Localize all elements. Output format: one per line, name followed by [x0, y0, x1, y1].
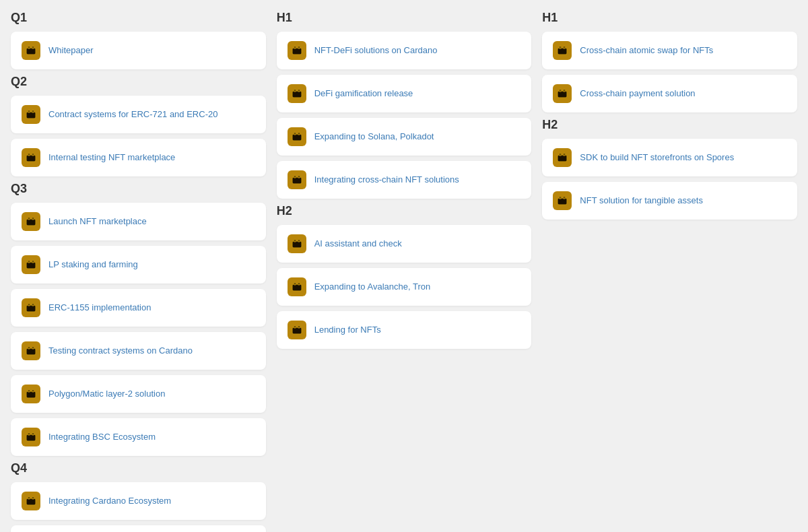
svg-rect-102: [292, 177, 302, 184]
item-text: NFT-DeFi solutions on Cardano: [314, 44, 438, 57]
section-H2-1: H2 SDK to build NFT storefronts on Spore…: [542, 118, 797, 220]
item-text: DeFi gamification release: [314, 88, 413, 100]
briefcase-icon: [553, 148, 572, 167]
section-H1-0: H1 NFT-DeFi solutions on Cardano DeFi ga…: [277, 11, 532, 199]
svg-rect-138: [558, 155, 567, 162]
section-label: Q1: [11, 11, 266, 25]
list-item: Expanding to Solana, Polkadot: [277, 118, 532, 156]
briefcase-icon: [22, 212, 40, 231]
briefcase-icon: [288, 277, 306, 296]
svg-rect-96: [292, 134, 302, 141]
section-label: Q2: [11, 75, 266, 89]
item-text: Cross-chain payment solution: [580, 88, 695, 100]
list-item: Cross-chain payment solution: [542, 75, 797, 112]
list-item: Launch NFT marketplace: [11, 203, 266, 240]
column-3: H1 Cross-chain atomic swap for NFTs Cros…: [542, 11, 797, 225]
svg-rect-0: [26, 48, 36, 55]
svg-rect-120: [292, 327, 302, 334]
item-text: Polygon/Matic layer-2 solution: [48, 388, 165, 400]
briefcase-icon: [288, 84, 306, 103]
item-text: Launch NFT marketplace: [48, 215, 147, 228]
list-item: Internal testing NFT marketplace: [11, 139, 266, 176]
item-text: LP staking and farming: [48, 259, 138, 271]
item-text: Integrating cross-chain NFT solutions: [314, 174, 459, 186]
svg-rect-84: [292, 48, 302, 55]
list-item: Expanding to Avalanche, Tron: [277, 268, 532, 306]
svg-rect-54: [26, 498, 36, 505]
list-item: Integrating Cardano Ecosystem: [11, 482, 266, 520]
svg-rect-48: [26, 434, 36, 441]
briefcase-icon: [22, 492, 40, 510]
svg-rect-114: [292, 284, 302, 291]
item-text: Lending for NFTs: [314, 324, 381, 336]
section-label: H1: [277, 11, 532, 25]
item-text: Internal testing NFT marketplace: [48, 152, 175, 164]
briefcase-icon: [22, 255, 40, 274]
briefcase-icon: [22, 341, 40, 360]
briefcase-icon: [288, 170, 306, 189]
section-H1-0: H1 Cross-chain atomic swap for NFTs Cros…: [542, 11, 797, 112]
list-item: AI assistant and check: [277, 225, 532, 263]
briefcase-icon: [553, 84, 572, 103]
section-H2-1: H2 AI assistant and check Expanding to A…: [277, 204, 532, 349]
svg-rect-18: [26, 219, 36, 226]
list-item: DeFi gamifying experiment: [11, 525, 266, 532]
svg-rect-144: [558, 198, 567, 205]
item-text: SDK to build NFT storefronts on Spores: [580, 152, 734, 164]
section-Q4-3: Q4 Integrating Cardano Ecosystem DeFi ga…: [11, 461, 266, 532]
section-label: H2: [542, 118, 797, 132]
briefcase-icon: [288, 127, 306, 146]
svg-rect-12: [26, 155, 36, 162]
section-label: Q4: [11, 461, 266, 475]
section-Q1-0: Q1 Whitepaper: [11, 11, 266, 69]
section-label: H1: [542, 11, 797, 25]
section-label: Q3: [11, 182, 266, 196]
item-text: Integrating Cardano Ecosystem: [48, 495, 171, 507]
briefcase-icon: [288, 234, 306, 253]
list-item: Contract systems for ERC-721 and ERC-20: [11, 96, 266, 133]
list-item: Integrating cross-chain NFT solutions: [277, 161, 532, 199]
svg-rect-126: [558, 48, 567, 55]
list-item: Polygon/Matic layer-2 solution: [11, 375, 266, 413]
column-2: H1 NFT-DeFi solutions on Cardano DeFi ga…: [277, 11, 532, 354]
list-item: Whitepaper: [11, 32, 266, 69]
briefcase-icon: [22, 428, 40, 446]
svg-rect-6: [26, 112, 36, 119]
item-text: ERC-1155 implementation: [48, 302, 151, 314]
item-text: Contract systems for ERC-721 and ERC-20: [48, 108, 217, 121]
item-text: Cross-chain atomic swap for NFTs: [580, 44, 713, 57]
briefcase-icon: [22, 298, 40, 317]
item-text: Testing contract systems on Cardano: [48, 345, 193, 357]
svg-rect-90: [292, 91, 302, 98]
section-label: H2: [277, 204, 532, 218]
briefcase-icon: [22, 41, 40, 60]
item-text: Whitepaper: [48, 44, 93, 57]
section-Q3-2: Q3 Launch NFT marketplace LP staking and…: [11, 182, 266, 456]
briefcase-icon: [22, 385, 40, 403]
list-item: NFT solution for tangible assets: [542, 182, 797, 220]
item-text: Integrating BSC Ecosystem: [48, 431, 156, 443]
list-item: NFT-DeFi solutions on Cardano: [277, 32, 532, 69]
list-item: LP staking and farming: [11, 246, 266, 284]
list-item: Testing contract systems on Cardano: [11, 332, 266, 370]
roadmap-columns: Q1 WhitepaperQ2 Contract systems for ERC…: [11, 11, 797, 532]
svg-rect-36: [26, 348, 36, 355]
column-1: Q1 WhitepaperQ2 Contract systems for ERC…: [11, 11, 266, 532]
list-item: ERC-1155 implementation: [11, 289, 266, 327]
svg-rect-24: [26, 262, 36, 269]
list-item: Lending for NFTs: [277, 311, 532, 349]
svg-rect-42: [26, 391, 36, 398]
svg-rect-108: [292, 241, 302, 248]
svg-rect-30: [26, 305, 36, 312]
briefcase-icon: [553, 41, 572, 60]
list-item: SDK to build NFT storefronts on Spores: [542, 139, 797, 176]
list-item: DeFi gamification release: [277, 75, 532, 112]
briefcase-icon: [288, 321, 306, 339]
item-text: AI assistant and check: [314, 238, 402, 250]
briefcase-icon: [22, 148, 40, 167]
briefcase-icon: [22, 105, 40, 124]
list-item: Integrating BSC Ecosystem: [11, 418, 266, 456]
svg-rect-132: [558, 91, 567, 98]
briefcase-icon: [553, 191, 572, 210]
item-text: NFT solution for tangible assets: [580, 195, 703, 207]
